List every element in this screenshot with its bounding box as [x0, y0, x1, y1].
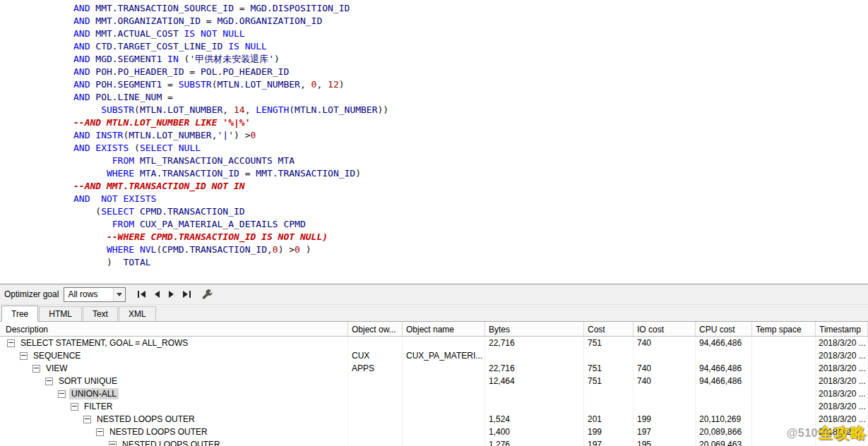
- column-header-io-cost[interactable]: IO cost: [634, 322, 696, 336]
- cell-cost: [584, 349, 634, 362]
- cell-temp-space: [752, 426, 816, 438]
- plan-tree-row[interactable]: NESTED LOOPS OUTER1,27619719520,069,463: [0, 438, 868, 446]
- plan-step-label[interactable]: SEQUENCE: [31, 350, 83, 361]
- next-record-icon: [167, 290, 176, 299]
- cell-temp-space: [752, 387, 816, 400]
- cell-description: SELECT STATEMENT, GOAL = ALL_ROWS: [0, 337, 348, 349]
- chevron-down-icon[interactable]: [113, 288, 125, 301]
- tab-tree[interactable]: Tree: [1, 306, 38, 322]
- code-line: AND CTD.TARGET_COST_LINE_ID IS NULL: [73, 40, 868, 53]
- sql-editor[interactable]: AND MMT.TRANSACTION_SOURCE_ID = MGD.DISP…: [0, 0, 868, 284]
- cell-io-cost: [634, 400, 696, 413]
- plan-tree-row[interactable]: SEQUENCECUXCUX_PA_MATERI...2018/3/20 ...: [0, 349, 868, 362]
- optimizer-goal-select[interactable]: All rows: [64, 287, 126, 302]
- code-line: AND NOT EXISTS: [73, 193, 868, 205]
- cell-bytes: 1,276: [485, 438, 584, 446]
- prior-record-button[interactable]: [149, 287, 164, 302]
- cell-object-owner: [348, 375, 403, 387]
- cell-description: NESTED LOOPS OUTER: [0, 426, 348, 438]
- code-line: --AND MMT.TRANSACTION_ID NOT IN: [73, 180, 868, 193]
- cell-cost: 751: [584, 337, 634, 349]
- column-header-timestamp[interactable]: Timestamp: [816, 322, 868, 336]
- column-header-cost[interactable]: Cost: [584, 322, 634, 336]
- column-header-description[interactable]: Description: [0, 322, 348, 336]
- column-header-cpu-cost[interactable]: CPU cost: [696, 322, 752, 336]
- plan-step-label[interactable]: NESTED LOOPS OUTER: [120, 439, 222, 446]
- collapse-minus-icon[interactable]: [7, 339, 15, 347]
- prior-record-icon: [153, 290, 161, 299]
- column-header-bytes[interactable]: Bytes: [485, 322, 584, 336]
- cell-temp-space: [752, 337, 816, 349]
- code-line: AND MMT.ORGANIZATION_ID = MGD.ORGANIZATI…: [73, 15, 868, 28]
- cell-timestamp: 2018/3/20 ...: [816, 362, 868, 375]
- tab-text[interactable]: Text: [83, 306, 118, 321]
- cell-cost: 201: [584, 413, 634, 426]
- plan-step-label[interactable]: NESTED LOOPS OUTER: [107, 426, 210, 438]
- plan-tree-row[interactable]: SELECT STATEMENT, GOAL = ALL_ROWS22,7167…: [0, 337, 868, 349]
- cell-cpu-cost: [696, 387, 752, 400]
- collapse-minus-icon[interactable]: [71, 403, 78, 411]
- column-header-object-ow[interactable]: Object ow...: [348, 322, 403, 336]
- plan-tree-row[interactable]: VIEWAPPS22,71675174094,466,4862018/3/20 …: [0, 362, 868, 375]
- cell-object-owner: [348, 413, 403, 426]
- tab-html[interactable]: HTML: [39, 306, 82, 321]
- cell-timestamp: 2018/3/20 ...: [816, 387, 868, 400]
- plan-step-label[interactable]: NESTED LOOPS OUTER: [95, 414, 197, 425]
- cell-object-owner: APPS: [348, 362, 403, 375]
- tree-indent: [0, 419, 83, 420]
- tree-indent: [0, 368, 32, 369]
- cell-cpu-cost: 20,069,463: [696, 438, 752, 446]
- cell-cpu-cost: 20,110,269: [696, 413, 752, 426]
- collapse-minus-icon[interactable]: [109, 441, 117, 446]
- plan-tree-row[interactable]: NESTED LOOPS OUTER1,52420119920,110,2692…: [0, 413, 868, 426]
- tab-xml[interactable]: XML: [119, 306, 156, 321]
- plan-tree-row[interactable]: UNION-ALL2018/3/20 ...: [0, 387, 868, 400]
- cell-bytes: 12,464: [485, 375, 584, 387]
- plan-step-label[interactable]: FILTER: [82, 401, 114, 412]
- cell-object-name: [403, 413, 485, 426]
- column-header-object-name[interactable]: Object name: [403, 322, 485, 336]
- collapse-minus-icon[interactable]: [32, 365, 40, 373]
- collapse-minus-icon[interactable]: [96, 428, 104, 436]
- plan-tree-row[interactable]: FILTER2018/3/20 ...: [0, 400, 868, 413]
- optimizer-goal-value: All rows: [68, 289, 97, 299]
- plan-step-label[interactable]: UNION-ALL: [69, 388, 119, 399]
- collapse-minus-icon[interactable]: [20, 352, 28, 360]
- code-line: AND MMT.TRANSACTION_SOURCE_ID = MGD.DISP…: [73, 2, 868, 15]
- tree-indent: [0, 381, 45, 382]
- collapse-minus-icon[interactable]: [58, 390, 66, 398]
- cell-object-owner: [348, 337, 403, 349]
- next-record-button[interactable]: [164, 287, 179, 302]
- cell-io-cost: 740: [634, 337, 696, 349]
- last-record-button[interactable]: [179, 287, 194, 302]
- cell-io-cost: [634, 387, 696, 400]
- column-header-temp-space[interactable]: Temp space: [752, 322, 816, 336]
- plan-step-label[interactable]: SORT UNIQUE: [57, 375, 119, 387]
- cell-timestamp: 2018/3/20 ...: [816, 337, 868, 349]
- cell-timestamp: 2018/3/2...: [816, 426, 868, 438]
- plan-toolbar: Optimizer goal All rows: [0, 284, 868, 305]
- code-line: AND INSTR(MTLN.LOT_NUMBER,'|') >0: [73, 129, 868, 142]
- plan-tree-row[interactable]: SORT UNIQUE12,46475174094,466,4862018/3/…: [0, 375, 868, 387]
- plan-step-label[interactable]: VIEW: [44, 363, 70, 374]
- explain-plan-panel: Optimizer goal All rows: [0, 284, 868, 446]
- cell-cost: 197: [584, 438, 634, 446]
- collapse-minus-icon[interactable]: [45, 378, 53, 385]
- code-line: AND MMT.ACTUAL_COST IS NOT NULL: [73, 28, 868, 40]
- first-record-button[interactable]: [134, 287, 149, 302]
- cell-io-cost: [634, 349, 696, 362]
- cell-temp-space: [752, 438, 816, 446]
- cell-timestamp: 2018/3/20 ...: [816, 413, 868, 426]
- cell-description: VIEW: [0, 362, 348, 375]
- code-line: AND POL.LINE_NUM =: [73, 91, 868, 104]
- collapse-minus-icon[interactable]: [83, 416, 91, 423]
- cell-io-cost: 740: [634, 362, 696, 375]
- cell-object-name: [403, 400, 485, 413]
- cell-object-name: [403, 375, 485, 387]
- plan-tree-row[interactable]: NESTED LOOPS OUTER1,40019919720,089,8662…: [0, 426, 868, 438]
- preferences-button[interactable]: [200, 287, 215, 302]
- code-line: WHERE NVL(CPMD.TRANSACTION_ID,0) >0 ): [73, 243, 868, 256]
- cell-description: NESTED LOOPS OUTER: [0, 413, 348, 426]
- plan-view-tabs: TreeHTMLTextXML: [0, 305, 868, 322]
- plan-step-label[interactable]: SELECT STATEMENT, GOAL = ALL_ROWS: [18, 337, 190, 349]
